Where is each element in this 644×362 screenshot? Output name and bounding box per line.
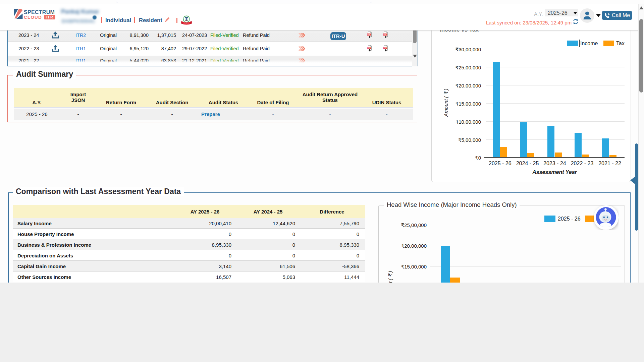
- svg-text:PDF: PDF: [384, 34, 387, 36]
- svg-text:PDF: PDF: [368, 47, 371, 49]
- svg-text:PDF: PDF: [368, 34, 371, 36]
- svg-text:PDF: PDF: [384, 47, 387, 49]
